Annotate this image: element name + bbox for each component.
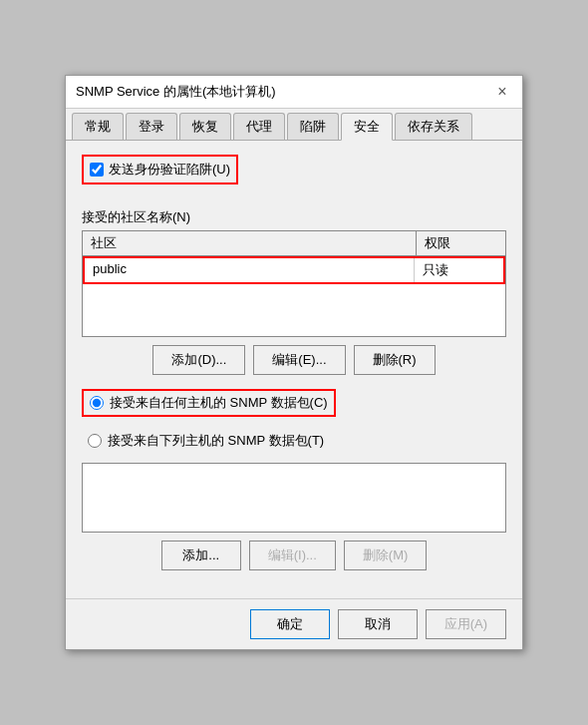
tab-general[interactable]: 常规 bbox=[72, 113, 124, 140]
community-edit-button[interactable]: 编辑(E)... bbox=[253, 345, 345, 375]
radio-list-host-label[interactable]: 接受来自下列主机的 SNMP 数据包(T) bbox=[82, 429, 506, 453]
title-bar: SNMP Service 的属性(本地计算机) × bbox=[66, 76, 522, 109]
hosts-remove-button[interactable]: 删除(M) bbox=[344, 541, 428, 570]
tab-bar: 常规 登录 恢复 代理 陷阱 安全 依存关系 bbox=[66, 109, 522, 141]
cell-community: public bbox=[85, 258, 414, 282]
tab-dependencies[interactable]: 依存关系 bbox=[395, 113, 472, 140]
tab-restore[interactable]: 恢复 bbox=[179, 113, 231, 140]
cell-permission: 只读 bbox=[414, 258, 503, 282]
radio-list-host[interactable] bbox=[88, 434, 102, 448]
tab-trap[interactable]: 陷阱 bbox=[287, 113, 339, 140]
tab-security[interactable]: 安全 bbox=[341, 113, 393, 141]
close-button[interactable]: × bbox=[492, 82, 512, 102]
hosts-button-row: 添加... 编辑(I)... 删除(M) bbox=[82, 541, 506, 570]
table-row[interactable]: public 只读 bbox=[83, 256, 505, 284]
community-button-row: 添加(D)... 编辑(E)... 删除(R) bbox=[82, 345, 506, 375]
send-auth-trap-checkbox[interactable] bbox=[90, 163, 104, 177]
community-section-label: 接受的社区名称(N) bbox=[82, 208, 506, 226]
hosts-add-button[interactable]: 添加... bbox=[161, 541, 241, 570]
table-body: public 只读 bbox=[83, 256, 505, 336]
ok-button[interactable]: 确定 bbox=[250, 609, 330, 639]
send-auth-trap-label[interactable]: 发送身份验证陷阱(U) bbox=[82, 155, 238, 184]
security-tab-content: 发送身份验证陷阱(U) 接受的社区名称(N) 社区 权限 public 只读 添… bbox=[66, 141, 522, 598]
community-remove-button[interactable]: 删除(R) bbox=[354, 345, 436, 375]
hosts-edit-button[interactable]: 编辑(I)... bbox=[249, 541, 336, 570]
cancel-button[interactable]: 取消 bbox=[338, 609, 418, 639]
apply-button[interactable]: 应用(A) bbox=[426, 609, 506, 639]
community-add-button[interactable]: 添加(D)... bbox=[152, 345, 245, 375]
dialog: SNMP Service 的属性(本地计算机) × 常规 登录 恢复 代理 陷阱… bbox=[65, 75, 523, 650]
tab-login[interactable]: 登录 bbox=[126, 113, 177, 140]
community-table: 社区 权限 public 只读 bbox=[82, 230, 506, 337]
table-header-row: 社区 权限 bbox=[83, 231, 505, 256]
dialog-footer: 确定 取消 应用(A) bbox=[66, 598, 522, 649]
tab-agent[interactable]: 代理 bbox=[233, 113, 285, 140]
hosts-table bbox=[82, 463, 506, 533]
col-permission: 权限 bbox=[416, 231, 505, 255]
dialog-title: SNMP Service 的属性(本地计算机) bbox=[76, 83, 276, 101]
radio-section: 接受来自任何主机的 SNMP 数据包(C) 接受来自下列主机的 SNMP 数据包… bbox=[82, 389, 506, 453]
radio-any-host[interactable] bbox=[90, 396, 104, 410]
col-community: 社区 bbox=[83, 231, 416, 255]
radio-any-host-label[interactable]: 接受来自任何主机的 SNMP 数据包(C) bbox=[82, 389, 336, 417]
